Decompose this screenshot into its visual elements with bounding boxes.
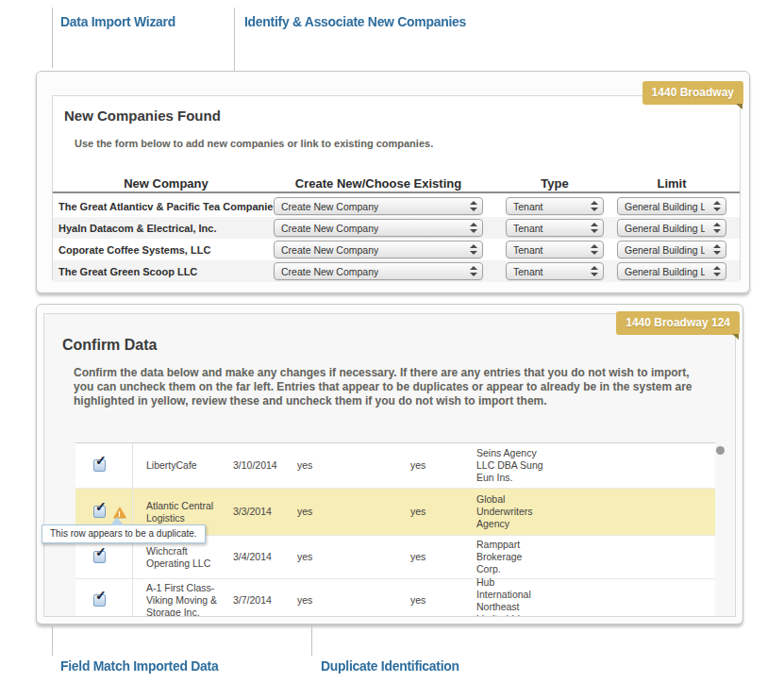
panel-description: Confirm the data below and make any chan…	[74, 366, 696, 408]
flag-cell: yes	[410, 594, 467, 607]
date-cell: 3/10/2014	[233, 459, 288, 472]
row-checkbox[interactable]	[93, 594, 106, 607]
table-row: LibertyCafe 3/10/2014 yes yes Seins Agen…	[75, 443, 715, 489]
select-stepper-icon	[591, 241, 598, 258]
limit-select[interactable]: General Building Limits	[617, 262, 726, 280]
date-cell: 3/7/2014	[233, 594, 288, 607]
table-row: Coporate Coffee Systems, LLC Create New …	[53, 239, 740, 260]
column-header-type: Type	[506, 176, 604, 191]
select-stepper-icon	[591, 263, 598, 279]
callout-line-bottom-right	[311, 625, 312, 656]
annotation-data-import-wizard: Data Import Wizard	[60, 13, 175, 29]
type-select[interactable]: Tenant	[506, 262, 604, 280]
flag-cell: yes	[410, 459, 467, 472]
create-choose-select[interactable]: Create New Company	[274, 219, 483, 237]
duplicate-tooltip: This row appears to be a duplicate.	[42, 524, 206, 543]
row-checkbox[interactable]	[93, 506, 106, 518]
warning-icon[interactable]	[113, 507, 126, 518]
company-name: Coporate Coffee Systems, LLC	[58, 244, 274, 256]
select-stepper-icon	[713, 198, 721, 214]
building-badge: 1440 Broadway	[642, 81, 743, 105]
column-header-new-company: New Company	[58, 176, 274, 191]
company-name: The Great Green Scoop LLC	[58, 266, 274, 277]
agency-cell: Seins Agency LLC DBA Sung Eun Ins.	[476, 447, 715, 484]
type-select[interactable]: Tenant	[506, 219, 604, 237]
column-header-create-choose: Create New/Choose Existing	[274, 176, 483, 191]
select-stepper-icon	[470, 263, 477, 279]
confirm-data-panel: 1440 Broadway 124 Confirm Data Confirm t…	[36, 304, 743, 624]
select-stepper-icon	[470, 198, 477, 214]
limit-select[interactable]: General Building Limits	[617, 219, 726, 237]
table-row: Hyaln Datacom & Electrical, Inc. Create …	[53, 217, 740, 239]
tooltip-text: This row appears to be a duplicate.	[50, 528, 197, 539]
agency-cell: Hub International Northeast Limited-LI	[476, 576, 715, 618]
table-row: A-1 First Class- Viking Moving & Storage…	[75, 579, 715, 617]
panel-subtitle: Use the form below to add new companies …	[75, 138, 433, 149]
row-checkbox[interactable]	[93, 551, 106, 563]
new-companies-panel: 1440 Broadway New Companies Found Use th…	[36, 71, 750, 293]
type-select[interactable]: Tenant	[506, 197, 604, 215]
building-badge: 1440 Broadway 124	[616, 311, 740, 335]
checkbox-cell	[75, 443, 133, 488]
company-name: Hyaln Datacom & Electrical, Inc.	[58, 223, 274, 234]
agency-cell: Global Underwriters Agency	[476, 493, 715, 530]
annotation-duplicate-identification: Duplicate Identification	[321, 657, 459, 674]
create-choose-select[interactable]: Create New Company	[274, 262, 483, 280]
type-select[interactable]: Tenant	[506, 241, 604, 258]
flag-cell: yes	[297, 594, 401, 607]
table-row: The Great Green Scoop LLC Create New Com…	[53, 260, 740, 282]
confirm-data-form: Confirm Data Confirm the data below and …	[43, 313, 736, 617]
select-stepper-icon	[591, 198, 598, 214]
table-header-row: New Company Create New/Choose Existing T…	[53, 175, 740, 193]
callout-line-bottom-left	[52, 625, 53, 656]
date-cell: 3/4/2014	[233, 551, 288, 563]
panel-title: Confirm Data	[62, 337, 157, 354]
table-row: The Great Atlanticv & Pacific Tea Compan…	[53, 195, 740, 217]
limit-select[interactable]: General Building Limits	[617, 241, 726, 258]
imported-name-cell: A-1 First Class- Viking Moving & Storage…	[146, 582, 233, 617]
new-companies-form: New Companies Found Use the form below t…	[52, 95, 741, 280]
panel-title: New Companies Found	[64, 108, 221, 124]
callout-line-top-left	[52, 8, 53, 68]
imported-name-cell: LibertyCafe	[146, 459, 233, 472]
callout-line-top-right	[234, 8, 235, 71]
checkbox-cell	[75, 579, 133, 617]
annotation-identify-associate: Identify & Associate New Companies	[244, 13, 466, 29]
select-stepper-icon	[713, 241, 721, 258]
select-stepper-icon	[591, 220, 598, 236]
imported-name-cell: Atlantic Central Logistics	[146, 500, 233, 524]
select-stepper-icon	[470, 241, 477, 258]
select-stepper-icon	[713, 263, 721, 279]
flag-cell: yes	[410, 506, 467, 518]
flag-cell: yes	[297, 551, 401, 563]
tooltip-arrow-icon	[110, 517, 124, 525]
company-name: The Great Atlanticv & Pacific Tea Compan…	[58, 201, 274, 212]
imported-name-cell: Wichcraft Operating LLC	[146, 545, 233, 570]
date-cell: 3/3/2014	[233, 506, 288, 518]
column-header-limit: Limit	[617, 176, 726, 191]
flag-cell: yes	[297, 459, 401, 472]
annotation-field-match: Field Match Imported Data	[60, 657, 218, 674]
select-stepper-icon	[470, 220, 477, 236]
row-checkbox[interactable]	[93, 459, 106, 472]
new-companies-table: The Great Atlanticv & Pacific Tea Compan…	[53, 195, 740, 282]
create-choose-select[interactable]: Create New Company	[274, 241, 483, 258]
flag-cell: yes	[410, 551, 467, 563]
agency-cell: Ramppart Brokerage Corp.	[476, 539, 715, 575]
scrollbar-thumb[interactable]	[716, 446, 725, 455]
flag-cell: yes	[297, 506, 401, 518]
limit-select[interactable]: General Building Limits	[617, 197, 726, 215]
select-stepper-icon	[713, 220, 721, 236]
create-choose-select[interactable]: Create New Company	[274, 197, 483, 215]
